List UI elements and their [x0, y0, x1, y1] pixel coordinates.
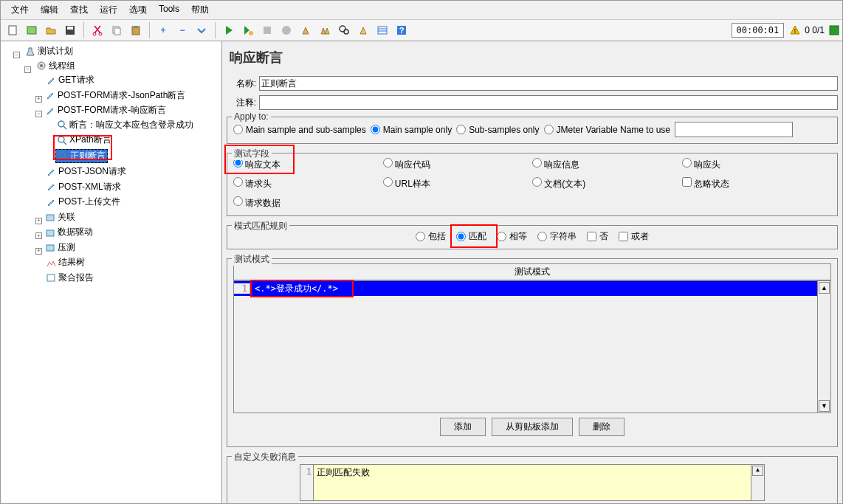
rule-opt-2[interactable]: 相等: [497, 230, 527, 243]
tree-controller[interactable]: 压测: [44, 241, 77, 254]
comment-input[interactable]: [259, 95, 838, 110]
stop-icon[interactable]: [258, 21, 276, 39]
scrollbar[interactable]: ▲ ▼: [817, 281, 830, 412]
save-icon[interactable]: [61, 21, 79, 39]
rule-opt-5[interactable]: 或者: [619, 230, 649, 243]
tree-label: XPath断言: [69, 134, 111, 146]
menu-options[interactable]: 选项: [123, 2, 153, 18]
scroll-up-icon[interactable]: ▲: [752, 466, 763, 476]
pipette-icon: [45, 90, 55, 100]
tree-expand-icon[interactable]: +: [35, 218, 42, 224]
field-opt-1[interactable]: 响应代码: [383, 158, 533, 171]
tree-controller[interactable]: 关联: [44, 211, 77, 224]
function-helper-icon[interactable]: [374, 21, 391, 39]
tree-expand-icon[interactable]: +: [35, 96, 42, 103]
failure-message-area[interactable]: 1 正则匹配失败 ▲: [300, 464, 765, 501]
tree-sampler[interactable]: POST-JSON请求: [44, 165, 128, 178]
collapse-icon[interactable]: −: [173, 21, 191, 39]
tree-sampler[interactable]: POST-上传文件: [44, 196, 122, 208]
start-no-pause-icon[interactable]: [239, 21, 257, 39]
open-icon[interactable]: [42, 21, 60, 39]
tree-assertion[interactable]: 断言：响应文本应包含登录成功: [55, 119, 195, 131]
tree-collapse-icon[interactable]: −: [35, 111, 42, 117]
folder-icon: [45, 227, 55, 238]
menu-help[interactable]: 帮助: [185, 2, 215, 18]
svg-rect-31: [47, 230, 54, 236]
menu-tools[interactable]: Tools: [153, 2, 185, 18]
match-rule-legend: 模式匹配规则: [232, 220, 289, 232]
expand-icon[interactable]: +: [154, 21, 172, 39]
rule-opt-0[interactable]: 包括: [416, 230, 446, 243]
cut-icon[interactable]: [89, 21, 106, 39]
tree-label: 线程组: [49, 60, 75, 72]
help-icon[interactable]: ?: [393, 21, 410, 39]
apply-opt-2[interactable]: Sub-samples only: [456, 125, 539, 135]
search-icon[interactable]: [335, 21, 353, 39]
tree-collapse-icon[interactable]: −: [13, 52, 20, 58]
tree-label: 聚合报告: [58, 272, 94, 284]
tree-sampler[interactable]: POST-FORM请求-JsonPath断言: [44, 89, 187, 102]
tree-controller[interactable]: 数据驱动: [44, 226, 94, 238]
tree-expand-icon[interactable]: +: [35, 248, 42, 255]
pattern-row[interactable]: 1 <.*>登录成功</.*>: [234, 281, 817, 296]
tree-thread-group[interactable]: 线程组: [35, 60, 77, 72]
tree-xpath-assertion[interactable]: XPath断言: [55, 134, 113, 146]
tree-sampler[interactable]: POST-FORM请求-响应断言: [44, 104, 168, 117]
copy-icon[interactable]: [108, 21, 125, 39]
apply-opt-0[interactable]: Main sample and sub-samples: [233, 125, 366, 135]
svg-rect-32: [47, 245, 54, 251]
apply-opt-1[interactable]: Main sample only: [371, 125, 452, 135]
field-opt-2[interactable]: 响应信息: [532, 158, 682, 171]
shutdown-icon[interactable]: [278, 21, 295, 39]
tree-regex-assertion[interactable]: 正则断言: [55, 149, 108, 163]
field-opt-8[interactable]: 请求数据: [233, 196, 383, 210]
toggle-icon[interactable]: [193, 21, 210, 39]
scroll-down-icon[interactable]: ▼: [819, 400, 830, 412]
field-opt-6[interactable]: 文档(文本): [532, 177, 682, 190]
tree-test-plan[interactable]: 测试计划: [24, 45, 75, 58]
pattern-header: 测试模式: [233, 263, 831, 280]
menu-edit[interactable]: 编辑: [35, 2, 64, 18]
apply-opt-3[interactable]: JMeter Variable Name to use: [544, 125, 671, 135]
pattern-table[interactable]: 1 <.*>登录成功</.*> ▲ ▼: [233, 280, 831, 413]
clear-all-icon[interactable]: [316, 21, 334, 39]
delete-button[interactable]: 删除: [579, 418, 624, 436]
new-icon[interactable]: [4, 21, 21, 39]
templates-icon[interactable]: [23, 21, 41, 39]
tree-label: 结果树: [58, 256, 85, 269]
jmeter-var-input[interactable]: [675, 122, 793, 137]
test-plan-tree[interactable]: − 测试计划 − 线程组 GET请求 +: [1, 41, 222, 503]
svg-rect-0: [9, 26, 16, 35]
scroll-up-icon[interactable]: ▲: [819, 282, 830, 294]
tree-label: 关联: [58, 211, 75, 224]
svg-point-10: [249, 31, 253, 35]
magnifier-icon: [57, 120, 67, 130]
tree-expand-icon[interactable]: +: [35, 232, 42, 239]
pipette-icon: [46, 167, 56, 177]
field-opt-7[interactable]: 忽略状态: [682, 177, 832, 190]
row-number: 1: [234, 283, 250, 294]
field-opt-3[interactable]: 响应头: [682, 158, 832, 171]
tree-listener[interactable]: 聚合报告: [44, 272, 95, 284]
add-from-clipboard-button[interactable]: 从剪贴板添加: [492, 418, 573, 436]
add-button[interactable]: 添加: [440, 418, 486, 436]
paste-icon[interactable]: [127, 21, 145, 39]
field-opt-5[interactable]: URL样本: [383, 177, 533, 190]
field-opt-4[interactable]: 请求头: [233, 177, 383, 190]
menu-run[interactable]: 运行: [94, 2, 123, 18]
reset-search-icon[interactable]: [354, 21, 372, 39]
warning-icon: !: [790, 25, 800, 35]
start-icon[interactable]: [220, 21, 238, 39]
rule-opt-3[interactable]: 字符串: [537, 230, 577, 243]
rule-opt-1[interactable]: 匹配: [456, 230, 486, 243]
scrollbar[interactable]: ▲: [751, 465, 764, 500]
menu-file[interactable]: 文件: [5, 2, 35, 18]
tree-collapse-icon[interactable]: −: [24, 66, 31, 73]
name-input[interactable]: [259, 76, 838, 91]
menu-search[interactable]: 查找: [64, 2, 94, 18]
rule-opt-4[interactable]: 否: [587, 230, 608, 243]
clear-icon[interactable]: [297, 21, 314, 39]
tree-sampler[interactable]: GET请求: [44, 74, 96, 86]
tree-sampler[interactable]: POST-XML请求: [44, 181, 123, 193]
tree-listener[interactable]: 结果树: [44, 256, 86, 269]
